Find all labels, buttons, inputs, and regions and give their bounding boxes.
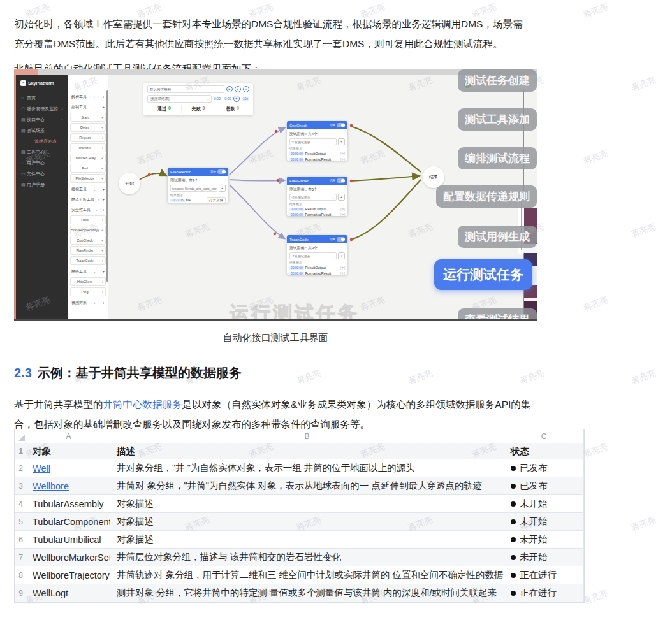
object-name[interactable]: Wellbore (33, 481, 69, 491)
chevron-down-icon: ⌄ (217, 187, 217, 191)
sidebar-item-icon: ▭ (21, 168, 27, 179)
chevron-icon: › (98, 198, 99, 201)
description-cell: 井筒轨迹对 象分组，用于计算二维和三 维空间中计划或实际井筒的 位置和空间不确定… (110, 566, 504, 584)
tool-panel-item: Transfer + (70, 143, 106, 152)
object-name-cell: WellLogt (27, 584, 110, 602)
sidebar-item: ◌用户中心 (16, 157, 68, 168)
table-row: 3 Wellbore 井筒对 象分组，"井筒"为自然实体 对象，表示从地球表面的… (15, 477, 584, 495)
add-icon: + (102, 95, 105, 99)
video-subtitle: 运行测试任务 (230, 301, 360, 321)
status-cell: 未开始 (504, 513, 584, 531)
add-icon: + (99, 238, 105, 242)
chevron-icon: ⌄ (93, 270, 96, 273)
sidebar-item-icon: ▤ (21, 179, 27, 190)
description-cell: 对象描述 (110, 531, 504, 549)
add-icon: + (338, 252, 345, 259)
replay-button: ▶ (233, 96, 240, 102)
sidebar-item-icon: ◠ (21, 103, 27, 114)
stat-item: 通过0 (147, 105, 181, 113)
testcase-file-select: testcase file:rda_ana_data_star ⌄ (170, 185, 217, 192)
tool-panel: 解析工具 › + 控制工具 ⌄ + Start + Delay + (68, 75, 108, 319)
row-number: 2 (15, 459, 27, 477)
status-dot-icon (511, 519, 516, 524)
top-bar-accent (14, 69, 38, 75)
select-all-corner (15, 429, 27, 443)
corner-triangle-icon (18, 435, 25, 441)
description-cell: 对象描述 (110, 495, 504, 513)
row-number: 8 (15, 566, 27, 584)
add-icon: + (99, 146, 105, 150)
chevron-icon: ⌄ (61, 114, 64, 125)
row-number: 6 (15, 531, 27, 549)
chevron-down-icon: ⌄ (207, 97, 209, 101)
embedded-screenshot: ≈ SkyPlatform ⌂首页 ◠服务管理及监控 ⌄ ▤接口中心 ⌄ (14, 69, 537, 321)
chevron-icon: ⌄ (61, 103, 64, 114)
open-file-button: 打开文件 (207, 197, 226, 203)
play-button: ▶ (226, 86, 233, 92)
logo-icon: ≈ (20, 80, 26, 86)
row-number: 3 (15, 477, 27, 495)
status-cell: 未开始 (504, 495, 584, 513)
sidebar-item: 流程序列表 (16, 136, 68, 147)
status-dot-icon (511, 484, 516, 489)
row-number: 4 (15, 495, 27, 513)
add-icon: + (219, 185, 226, 192)
tool-panel-item: FileSelector + (70, 174, 106, 183)
check-icon: ✓ (464, 81, 471, 88)
intro-paragraph-1: 初始化时，各领域工作室需提供一套针对本专业场景的DMS合规性验证流程，根据场景的… (14, 14, 525, 54)
toast-pill (472, 80, 531, 89)
screenshot-top-bar (14, 69, 537, 75)
sidebar-item: ▭文件中心 (16, 168, 68, 179)
object-name-cell: TubularComponent (27, 513, 110, 531)
status-dot-icon (511, 501, 516, 507)
object-name: WellboreTrajectory (33, 570, 110, 580)
tool-panel-item: 被测对象 ⌄ + (68, 298, 108, 308)
add-icon: + (99, 218, 105, 222)
description-cell: 井筒对 象分组，"井筒"为自然实体 对象，表示从地球表面的一 点延伸到最大穿透点… (110, 477, 504, 495)
object-name-cell: Wellbore (27, 477, 110, 495)
toggle-switch (337, 123, 345, 127)
timestamp-chip: 01:27:06 (170, 199, 185, 202)
add-icon: + (99, 126, 105, 129)
row-number: 7 (15, 549, 27, 566)
tool-node: CppCheck 启用 测试用例：共4个 卡片测试用例 ⌄ + (287, 121, 347, 161)
add-icon: + (99, 177, 105, 180)
tool-panel-item: CppCheck + (70, 236, 106, 245)
tool-panel-item: TransferDelay + (70, 154, 106, 162)
window-edge-strips (524, 69, 537, 319)
chevron-down-icon: ⌄ (332, 140, 335, 144)
wellbore-service-link[interactable]: 井筒中心数据服务 (103, 399, 182, 410)
row-number: 5 (15, 513, 27, 531)
object-name-cell: WellboreMarkerSet (27, 549, 110, 566)
stat-item: 总数0 (215, 105, 249, 113)
tool-panel-item: FlawFinder + (70, 246, 106, 255)
column-letter: B (110, 429, 504, 443)
status-cell: 未开始 (504, 549, 584, 566)
tool-panel-item: Rats + (70, 215, 106, 224)
stop-button: ■ (235, 86, 241, 92)
table-row: 8 WellboreTrajectory 井筒轨迹对 象分组，用于计算二维和三 … (15, 566, 584, 584)
testcase-card-select: 卡片测试用例 ⌄ (289, 194, 337, 201)
flow-canvas: 默认测试用例 ⌄ ▶ ■ ⏺ [无测试结果] ⌄ 0:00 – 0:00 ▶ 1… (108, 75, 537, 319)
status-dot-icon (511, 466, 516, 471)
tool-panel-item: 模拟工具 ⌄ + (68, 184, 108, 194)
chevron-icon: ⌄ (93, 187, 96, 191)
success-toast: ✓ (464, 80, 531, 89)
timeline-slider (518, 198, 524, 254)
add-icon: + (102, 198, 105, 201)
result-select: [无测试结果] ⌄ (147, 95, 212, 103)
chevron-icon: ⌃ (61, 125, 64, 136)
chevron-down-icon: ⌄ (332, 254, 335, 258)
column-letter: C (504, 429, 584, 443)
tool-panel-item: 静态分析工具 › + (68, 194, 108, 205)
app-logo: ≈ SkyPlatform (16, 75, 68, 92)
testcase-card-select: 卡片测试用例 ⌄ (289, 138, 337, 145)
figure-caption: 自动化接口测试工具界面 (14, 332, 537, 344)
toggle-switch (217, 169, 226, 174)
tool-panel-item: Delay + (70, 123, 106, 132)
tool-node: TscanCode 启用 测试用例：共9个 卡片测试用例 ⌄ + (287, 235, 347, 275)
object-name[interactable]: Well (33, 463, 50, 473)
column-letter: A (27, 429, 110, 443)
object-name: TubularAssembly (33, 499, 103, 509)
table-row: 5 TubularComponent 对象描述 未开始 (15, 513, 584, 531)
